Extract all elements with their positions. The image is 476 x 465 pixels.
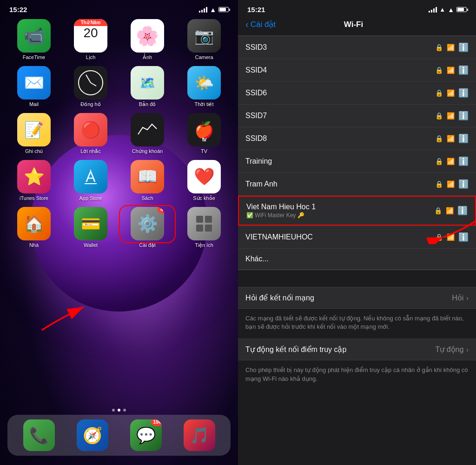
status-bar-right: 15:21 ▲ ▲ [238,0,476,15]
wifi-network-list: SSID3 🔒 📶 ℹ️ SSID4 🔒 📶 ℹ️ SSID6 🔒 [238,35,476,465]
app-books[interactable]: 📖 Sách [121,160,174,201]
books-label: Sách [141,195,153,201]
wifi-icon-right: ▲ [448,6,454,13]
app-camera[interactable]: 📷 Camera [178,19,231,60]
lock-icon: 🔒 [435,44,443,51]
mail-icon: ✉️ [17,66,51,100]
app-notes[interactable]: 📝 Ghi chú [7,113,60,154]
lock-icon-training: 🔒 [435,158,443,165]
info-button-training[interactable]: ℹ️ [458,156,469,166]
reminders-icon: 🔴 [74,113,107,146]
notes-label: Ghi chú [25,148,43,154]
maps-icon: 🗺️ [131,66,164,100]
info-button-viet-nam[interactable]: ℹ️ [457,206,468,216]
back-button[interactable]: ‹ Cài đặt [245,19,276,30]
app-facetime[interactable]: 📹 FaceTime [7,19,60,60]
network-ssid3[interactable]: SSID3 🔒 📶 ℹ️ [238,36,476,59]
itunes-label: iTunes Store [20,195,48,201]
ssid4-name: SSID4 [245,66,435,74]
app-itunes[interactable]: ⭐ iTunes Store [7,160,60,201]
ssid6-name: SSID6 [245,89,435,97]
dock-music[interactable]: 🎵 [184,419,215,451]
health-icon: ❤️ [187,160,221,193]
app-utilities[interactable]: Tiện ích [178,207,231,248]
tramanh-name: Tram Anh [245,180,435,188]
wifi-signal-ssid6: 📶 [447,89,455,97]
auto-join-value: Tự động [435,345,463,354]
phone-icon: 📞 [23,419,55,451]
auto-join-row[interactable]: Tự động kết nối điểm truy cập Tự động › [238,339,476,360]
app-photos[interactable]: 🌸 Ảnh [121,19,174,60]
calendar-icon: Thứ Năm 20 [74,19,107,53]
app-mail[interactable]: ✉️ Mail [7,66,60,107]
camera-label: Camera [195,54,213,60]
dock-messages[interactable]: 💬 190 [130,419,162,451]
wifi-title: Wi-Fi [344,20,363,29]
battery-icon-left [218,7,229,12]
calendar-label: Lịch [86,54,96,60]
viet-nam-icons: 🔒 📶 ℹ️ [434,206,468,216]
viet-nam-name: Viet Nam Hieu Hoc 1 ✅ WiFi Master Key 🔑 [246,203,434,219]
lock-icon-tramanh: 🔒 [435,180,443,188]
app-wallet[interactable]: 💳 Wallet [64,207,117,248]
tv-icon: 🍎 tv [187,113,221,146]
health-label: Sức khỏe [193,195,215,201]
network-training[interactable]: Training 🔒 📶 ℹ️ [238,150,476,173]
info-button-ssid7[interactable]: ℹ️ [458,111,469,121]
lock-icon-vietnamhieuhoc: 🔒 [435,233,443,241]
clock-icon [74,66,107,100]
app-tv[interactable]: 🍎 tv TV [178,113,231,154]
network-viet-nam-hieu-hoc[interactable]: Viet Nam Hieu Hoc 1 ✅ WiFi Master Key 🔑 … [238,196,476,226]
status-icons-left: ▲ [199,6,229,13]
dock-phone[interactable]: 📞 [23,419,55,451]
ssid7-name: SSID7 [245,112,435,120]
safari-icon: 🧭 [77,419,108,451]
app-weather[interactable]: 🌤️ Thời tiết [178,66,231,107]
appstore-icon: A [74,160,107,193]
other-label: Khác... [245,255,469,263]
app-reminders[interactable]: 🔴 Lời nhắc [64,113,117,154]
network-ssid6[interactable]: SSID6 🔒 📶 ℹ️ [238,82,476,105]
info-button-ssid4[interactable]: ℹ️ [458,65,469,75]
network-ssid4[interactable]: SSID4 🔒 📶 ℹ️ [238,59,476,82]
tv-label: TV [201,148,207,154]
wifi-signal-training: 📶 [447,158,455,165]
viet-nam-ssid: Viet Nam Hieu Hoc 1 [246,203,434,211]
network-tramanh[interactable]: Tram Anh 🔒 📶 ℹ️ [238,173,476,196]
settings-label: Cài đặt [139,242,156,248]
network-other[interactable]: Khác... [238,249,476,270]
dock-safari[interactable]: 🧭 [77,419,108,451]
info-button-ssid6[interactable]: ℹ️ [458,88,469,98]
lock-icon-ssid7: 🔒 [435,112,443,120]
app-appstore[interactable]: A App Store [64,160,117,201]
home-icon: 🏠 [17,207,51,240]
app-calendar[interactable]: Thứ Năm 20 Lịch [64,19,117,60]
dot-3 [123,409,126,412]
app-settings[interactable]: ⚙️ 4 Cài đặt [121,207,174,248]
network-vietnamhieuhoc[interactable]: VIETNAMHIEUHOC 🔒 📶 ℹ️ [238,226,476,249]
app-health[interactable]: ❤️ Sức khỏe [178,160,231,201]
viet-nam-sub: ✅ WiFi Master Key 🔑 [246,212,434,219]
app-maps[interactable]: 🗺️ Bản đồ [121,66,174,107]
info-button-tramanh[interactable]: ℹ️ [458,179,469,189]
info-button-ssid8[interactable]: ℹ️ [458,133,469,144]
stocks-label: Chứng khoán [132,148,163,154]
ssid8-name: SSID8 [245,134,435,143]
clock-label: Đồng hồ [80,101,100,107]
ask-join-row[interactable]: Hỏi để kết nối mạng Hỏi › [238,287,476,308]
svg-rect-6 [205,225,212,232]
lock-icon-viet-nam: 🔒 [434,207,442,214]
info-button[interactable]: ℹ️ [458,42,469,53]
app-clock[interactable]: Đồng hồ [64,66,117,107]
page-dots [112,409,126,412]
info-button-vietnamhieuhoc[interactable]: ℹ️ [458,232,469,242]
network-ssid8[interactable]: SSID8 🔒 📶 ℹ️ [238,127,476,150]
app-home[interactable]: 🏠 Nhà [7,207,60,248]
settings-nav: ‹ Cài đặt Wi-Fi [238,15,476,35]
vietnamhieuhoc-name: VIETNAMHIEUHOC [245,233,435,241]
facetime-label: FaceTime [23,54,46,60]
status-icons-right: ▲ ▲ [429,6,467,13]
notes-icon: 📝 [17,113,51,146]
app-stocks[interactable]: Chứng khoán [121,113,174,154]
network-ssid7[interactable]: SSID7 🔒 📶 ℹ️ [238,105,476,127]
